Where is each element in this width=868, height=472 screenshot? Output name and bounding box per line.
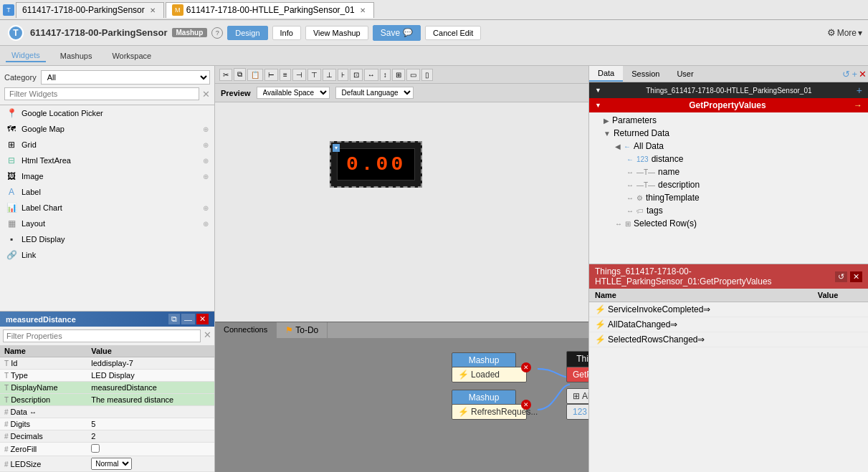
group-tool[interactable]: ▭	[406, 69, 420, 81]
cancel-edit-button[interactable]: Cancel Edit	[425, 26, 481, 40]
app-title: 611417-1718-00-ParkingSensor	[30, 27, 168, 38]
prop-name-id: T Id	[0, 357, 87, 370]
prop-value-ledsize: Normal	[87, 456, 214, 472]
right-tab-data[interactable]: Data	[589, 66, 623, 82]
ledsize-select[interactable]: Normal	[91, 458, 132, 470]
space-dropdown[interactable]: Available Space	[257, 87, 330, 99]
flow-node-mashup1: Mashup	[452, 352, 516, 368]
tree-item-thingtemplate[interactable]: ↔ ⚙ thingTemplate	[589, 191, 868, 204]
list-item[interactable]: ▦ Layout ⊕	[0, 216, 214, 231]
clear-filter-icon[interactable]: ✕	[202, 89, 210, 100]
info-button[interactable]: Info	[272, 26, 301, 40]
arrow-left7-icon: ↔	[615, 220, 622, 228]
loaded-remove-btn[interactable]: ✕	[521, 362, 531, 372]
table-row: T Type LED Display	[0, 370, 214, 382]
info-icon[interactable]: ?	[211, 27, 223, 39]
design-button[interactable]: Design	[227, 26, 267, 40]
align-center-tool[interactable]: ≡	[280, 69, 291, 81]
nav-tab-widgets[interactable]: Widgets	[6, 49, 46, 62]
center-area: ✂ ⧉ 📋 ⊢ ≡ ⊣ ⊤ ⊥ ⊦ ⊡ ↔ ↕ ⊞ ▭ ▯ Preview Av…	[215, 66, 588, 472]
events-refresh-btn[interactable]: ↺	[835, 271, 847, 282]
tree-item-name[interactable]: ↔ —T— name	[589, 165, 868, 178]
category-select[interactable]: All	[41, 70, 210, 85]
tree-item-distance[interactable]: ← 123 distance	[589, 153, 868, 165]
align-bottom-tool[interactable]: ⊦	[338, 69, 348, 81]
zerofill-checkbox[interactable]	[91, 444, 100, 453]
props-minimize-btn[interactable]: —	[181, 314, 195, 324]
tree-item-tags[interactable]: ↔ 🏷 tags	[589, 204, 868, 217]
move-icon: ⊕	[203, 173, 209, 180]
conn-tab-todo[interactable]: ⚑ To-Do	[277, 322, 328, 338]
tree-item-returned-data[interactable]: ▼ Returned Data	[589, 127, 868, 140]
refresh-icon[interactable]: ↺	[842, 69, 850, 80]
grid-tool[interactable]: ⊞	[392, 69, 405, 81]
tree-item-alldata[interactable]: ◀ ← All Data	[589, 140, 868, 153]
move-icon: ⊕	[203, 141, 209, 149]
align-vcenter-tool[interactable]: ⊥	[323, 69, 336, 81]
nav-tab-workspace[interactable]: Workspace	[106, 50, 157, 62]
save-button[interactable]: Save 💬	[373, 25, 421, 41]
list-item[interactable]: 🖼 Image ⊕	[0, 168, 214, 184]
size-height-tool[interactable]: ↕	[380, 69, 391, 81]
list-item[interactable]: A Label	[0, 184, 214, 200]
tree-item-description[interactable]: ↔ —T— description	[589, 178, 868, 191]
align-right-tool[interactable]: ⊣	[292, 69, 306, 81]
more-button[interactable]: ⚙ More ▾	[827, 27, 862, 38]
right-tab-user[interactable]: User	[668, 67, 702, 81]
prop-value-data	[87, 406, 214, 418]
size-same-tool[interactable]: ⊡	[350, 69, 363, 81]
ungroup-tool[interactable]: ▯	[421, 69, 433, 81]
led-widget[interactable]: ▾ 0.00	[330, 141, 422, 188]
service-name: GetPropertyValues	[689, 100, 766, 110]
preview-label: Preview	[221, 89, 251, 97]
tree-label: tags	[647, 206, 663, 216]
arrow-left5-icon: ↔	[626, 194, 634, 202]
tab-icon-2: M	[172, 4, 183, 16]
flow-node-mashup2: Mashup	[452, 390, 516, 405]
tree-item-selectedrows[interactable]: ↔ ⊞ Selected Row(s)	[589, 217, 868, 230]
cut-tool[interactable]: ✂	[219, 69, 232, 81]
rows-icon: ⊞	[625, 220, 631, 228]
connector-svg	[215, 338, 588, 469]
tree-label: thingTemplate	[646, 193, 700, 203]
list-item[interactable]: ⊞ Grid ⊕	[0, 137, 214, 153]
list-item[interactable]: ⊟ Html TextArea ⊕	[0, 153, 214, 168]
main-layout: Category All ✕ 📍 Google Location Picker …	[0, 66, 868, 472]
align-top-tool[interactable]: ⊤	[307, 69, 321, 81]
nav-tab-mashups[interactable]: Mashups	[54, 50, 98, 62]
conn-tab-connections[interactable]: Connections	[215, 322, 277, 338]
language-dropdown[interactable]: Default Language	[335, 87, 414, 99]
list-item[interactable]: 🔗 Link	[0, 247, 214, 263]
list-item[interactable]: 📊 Label Chart ⊕	[0, 200, 214, 216]
view-mashup-button[interactable]: View Mashup	[305, 26, 368, 40]
right-tab-session[interactable]: Session	[623, 67, 668, 81]
copy-tool[interactable]: ⧉	[234, 68, 246, 81]
add-icon[interactable]: +	[852, 69, 857, 80]
close-right-icon[interactable]: ✕	[859, 69, 867, 80]
service-label: GetPropertyValues	[573, 370, 588, 380]
props-table: Name Value T Id leddisplay-7 T Type LED …	[0, 345, 214, 472]
widget-list: 📍 Google Location Picker 🗺 Google Map ⊕ …	[0, 105, 214, 311]
tab-parking-sensor[interactable]: 611417-1718-00-ParkingSensor ✕	[16, 2, 164, 18]
props-filter-input[interactable]	[3, 329, 201, 342]
refresh-remove-btn[interactable]: ✕	[521, 400, 531, 410]
flow-node-refresh: ⚡ RefreshReques... ✕	[452, 404, 527, 420]
tab-htlle[interactable]: M 611417-1718-00-HTLLE_ParkingSensor_01 …	[166, 2, 374, 18]
list-item[interactable]: 🗺 Google Map ⊕	[0, 121, 214, 137]
tab-close-2[interactable]: ✕	[358, 6, 368, 15]
location-picker-icon: 📍	[6, 107, 17, 119]
props-close-btn[interactable]: ✕	[196, 314, 209, 324]
tab-close-1[interactable]: ✕	[148, 6, 158, 15]
align-left-tool[interactable]: ⊢	[264, 69, 278, 81]
tree-item-parameters[interactable]: ▶ Parameters	[589, 114, 868, 127]
list-item[interactable]: ▪ LED Display	[0, 231, 214, 247]
size-width-tool[interactable]: ↔	[364, 69, 378, 81]
list-item[interactable]: 📍 Google Location Picker	[0, 105, 214, 121]
paste-tool[interactable]: 📋	[247, 69, 263, 81]
tree-label: distance	[652, 154, 684, 164]
move-icon: ⊕	[203, 157, 209, 165]
props-copy-btn[interactable]: ⧉	[168, 314, 180, 324]
filter-widgets-input[interactable]	[4, 87, 199, 100]
events-close-btn[interactable]: ✕	[850, 271, 862, 282]
props-clear-icon[interactable]: ✕	[204, 329, 211, 342]
